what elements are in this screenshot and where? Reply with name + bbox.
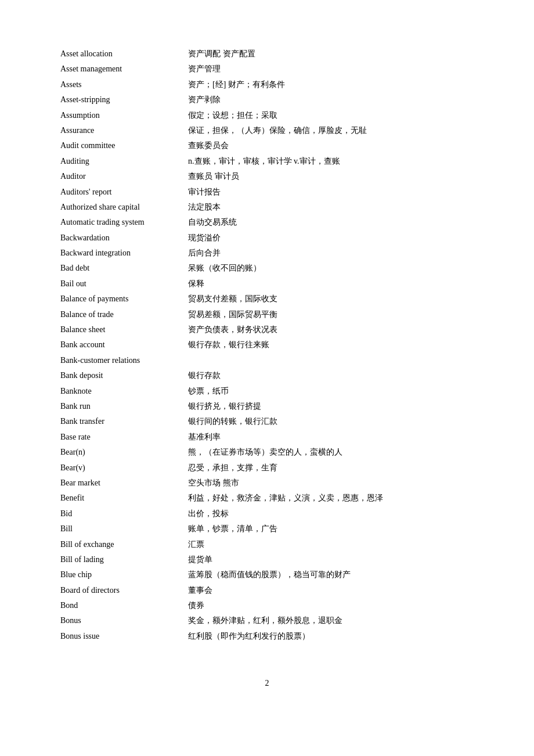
term: Auditors' report xyxy=(58,185,186,200)
definition xyxy=(186,353,476,368)
term: Bank run xyxy=(58,399,186,414)
list-item: Bank run银行挤兑，银行挤提 xyxy=(58,399,476,414)
term: Balance of payments xyxy=(58,291,186,307)
list-item: Bank deposit银行存款 xyxy=(58,368,476,383)
term: Bill xyxy=(58,521,186,537)
term: Bill of lading xyxy=(58,552,186,567)
term: Assurance xyxy=(58,123,186,138)
definition: 贸易差额，国际贸易平衡 xyxy=(186,307,476,322)
list-item: Auditingn.查账，审计，审核，审计学 v.审计，查账 xyxy=(58,154,476,169)
list-item: Bear market空头市场 熊市 xyxy=(58,476,476,491)
definition: 董事会 xyxy=(186,583,476,598)
list-item: Backward integration后向合并 xyxy=(58,246,476,261)
definition: 忍受，承担，支撑，生育 xyxy=(186,460,476,476)
definition: 贸易支付差额，国际收支 xyxy=(186,291,476,307)
definition: 账单，钞票，清单，广告 xyxy=(186,521,476,537)
list-item: Auditor查账员 审计员 xyxy=(58,169,476,184)
list-item: Balance of payments贸易支付差额，国际收支 xyxy=(58,291,476,307)
definition: 银行存款 xyxy=(186,368,476,383)
term: Auditing xyxy=(58,154,186,169)
term: Bank deposit xyxy=(58,368,186,383)
list-item: Asset-stripping资产剥除 xyxy=(58,92,476,107)
glossary-table: Asset allocation资产调配 资产配置Asset managemen… xyxy=(58,46,476,644)
term: Bond xyxy=(58,598,186,613)
definition: 假定；设想；担任；采取 xyxy=(186,108,476,123)
definition: 债券 xyxy=(186,598,476,613)
definition: 法定股本 xyxy=(186,200,476,215)
definition: 呆账（收不回的账） xyxy=(186,261,476,276)
term: Bear(n) xyxy=(58,445,186,460)
term: Bid xyxy=(58,506,186,521)
list-item: Bail out保释 xyxy=(58,276,476,291)
definition: 现货溢价 xyxy=(186,231,476,246)
term: Assumption xyxy=(58,108,186,123)
definition: 保证，担保，（人寿）保险，确信，厚脸皮，无耻 xyxy=(186,123,476,138)
list-item: Asset management资产管理 xyxy=(58,62,476,77)
list-item: Bonus奖金，额外津贴，红利，额外股息，退职金 xyxy=(58,613,476,628)
list-item: Authorized share capital法定股本 xyxy=(58,200,476,215)
list-item: Asset allocation资产调配 资产配置 xyxy=(58,46,476,62)
definition: 资产；[经] 财产；有利条件 xyxy=(186,77,476,92)
list-item: Bill of exchange汇票 xyxy=(58,537,476,552)
definition: 汇票 xyxy=(186,537,476,552)
list-item: Balance sheet资产负债表，财务状况表 xyxy=(58,322,476,337)
list-item: Assurance保证，担保，（人寿）保险，确信，厚脸皮，无耻 xyxy=(58,123,476,138)
list-item: Bond债券 xyxy=(58,598,476,613)
definition: 奖金，额外津贴，红利，额外股息，退职金 xyxy=(186,613,476,628)
term: Asset allocation xyxy=(58,46,186,62)
definition: 蓝筹股（稳而值钱的股票），稳当可靠的财产 xyxy=(186,567,476,582)
definition: 熊，（在证券市场等）卖空的人，蛮横的人 xyxy=(186,445,476,460)
definition: 后向合并 xyxy=(186,246,476,261)
list-item: Balance of trade贸易差额，国际贸易平衡 xyxy=(58,307,476,322)
list-item: Bank transfer银行间的转账，银行汇款 xyxy=(58,414,476,429)
definition: 保释 xyxy=(186,276,476,291)
list-item: Assumption假定；设想；担任；采取 xyxy=(58,108,476,123)
page-number: 2 xyxy=(58,679,476,688)
term: Bank account xyxy=(58,337,186,352)
definition: 出价，投标 xyxy=(186,506,476,521)
list-item: Bonus issue红利股（即作为红利发行的股票） xyxy=(58,629,476,644)
list-item: Board of directors董事会 xyxy=(58,583,476,598)
definition: 提货单 xyxy=(186,552,476,567)
list-item: Bid出价，投标 xyxy=(58,506,476,521)
definition: 钞票，纸币 xyxy=(186,384,476,399)
list-item: Bank account银行存款，银行往来账 xyxy=(58,337,476,352)
term: Audit committee xyxy=(58,138,186,153)
term: Asset-stripping xyxy=(58,92,186,107)
term: Bonus issue xyxy=(58,629,186,644)
definition: 银行间的转账，银行汇款 xyxy=(186,414,476,429)
list-item: Backwardation现货溢价 xyxy=(58,231,476,246)
term: Balance sheet xyxy=(58,322,186,337)
list-item: Blue chip蓝筹股（稳而值钱的股票），稳当可靠的财产 xyxy=(58,567,476,582)
term: Bail out xyxy=(58,276,186,291)
term: Balance of trade xyxy=(58,307,186,322)
list-item: Bank-customer relations xyxy=(58,353,476,368)
term: Backward integration xyxy=(58,246,186,261)
term: Bonus xyxy=(58,613,186,628)
list-item: Bear(n)熊，（在证券市场等）卖空的人，蛮横的人 xyxy=(58,445,476,460)
term: Bear(v) xyxy=(58,460,186,476)
definition: 基准利率 xyxy=(186,430,476,445)
definition: 资产负债表，财务状况表 xyxy=(186,322,476,337)
definition: 银行存款，银行往来账 xyxy=(186,337,476,352)
term: Backwardation xyxy=(58,231,186,246)
term: Bank-customer relations xyxy=(58,353,186,368)
list-item: Bad debt呆账（收不回的账） xyxy=(58,261,476,276)
term: Bill of exchange xyxy=(58,537,186,552)
definition: 资产调配 资产配置 xyxy=(186,46,476,62)
term: Bear market xyxy=(58,476,186,491)
list-item: Banknote钞票，纸币 xyxy=(58,384,476,399)
list-item: Benefit利益，好处，救济金，津贴，义演，义卖，恩惠，恩泽 xyxy=(58,491,476,506)
list-item: Base rate基准利率 xyxy=(58,430,476,445)
list-item: Bear(v)忍受，承担，支撑，生育 xyxy=(58,460,476,476)
term: Authorized share capital xyxy=(58,200,186,215)
list-item: Bill of lading提货单 xyxy=(58,552,476,567)
term: Bad debt xyxy=(58,261,186,276)
list-item: Assets资产；[经] 财产；有利条件 xyxy=(58,77,476,92)
definition: 查账委员会 xyxy=(186,138,476,153)
list-item: Auditors' report审计报告 xyxy=(58,185,476,200)
definition: 利益，好处，救济金，津贴，义演，义卖，恩惠，恩泽 xyxy=(186,491,476,506)
list-item: Automatic trading system自动交易系统 xyxy=(58,215,476,230)
definition: 空头市场 熊市 xyxy=(186,476,476,491)
term: Banknote xyxy=(58,384,186,399)
